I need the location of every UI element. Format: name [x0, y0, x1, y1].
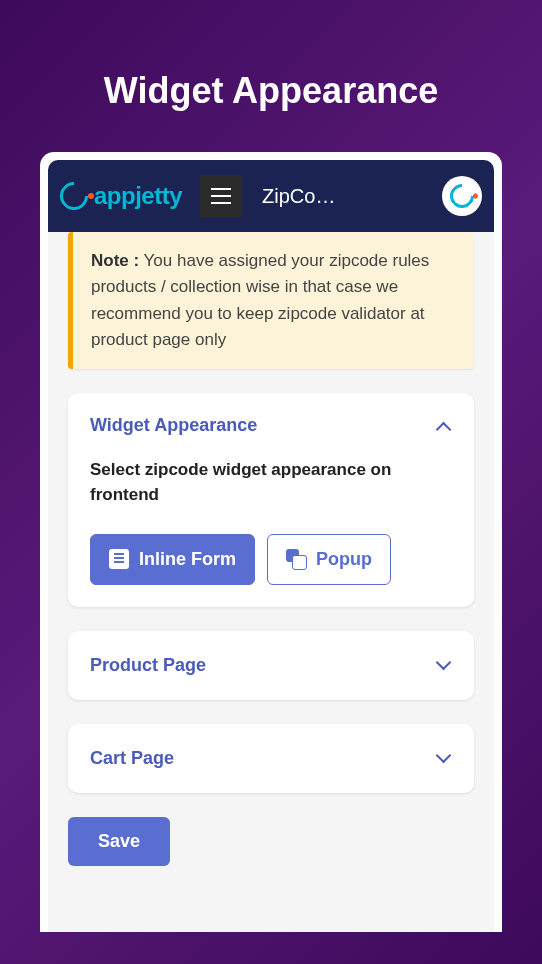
- product-page-card: Product Page: [68, 631, 474, 700]
- inline-form-label: Inline Form: [139, 549, 236, 570]
- save-button[interactable]: Save: [68, 817, 170, 866]
- cart-page-title: Cart Page: [90, 748, 174, 769]
- widget-appearance-title: Widget Appearance: [90, 415, 257, 436]
- phone-inner: appjetty ZipCo… Note : You have assigned…: [48, 160, 494, 932]
- cart-page-card: Cart Page: [68, 724, 474, 793]
- logo-icon: [54, 176, 94, 216]
- app-header: appjetty ZipCo…: [48, 160, 494, 232]
- brand-logo: appjetty: [60, 182, 182, 210]
- chevron-down-icon: [436, 657, 452, 673]
- widget-appearance-header[interactable]: Widget Appearance: [90, 415, 452, 436]
- header-title: ZipCo…: [262, 185, 432, 208]
- content-area: Note : You have assigned your zipcode ru…: [48, 232, 494, 886]
- phone-frame: appjetty ZipCo… Note : You have assigned…: [40, 152, 502, 932]
- inline-form-button[interactable]: Inline Form: [90, 534, 255, 585]
- popup-label: Popup: [316, 549, 372, 570]
- product-page-header[interactable]: Product Page: [90, 655, 452, 676]
- popup-icon: [286, 549, 306, 569]
- product-page-title: Product Page: [90, 655, 206, 676]
- note-banner: Note : You have assigned your zipcode ru…: [68, 232, 474, 369]
- widget-appearance-subtitle: Select zipcode widget appearance on fron…: [90, 458, 452, 507]
- form-icon: [109, 549, 129, 569]
- note-label: Note :: [91, 251, 139, 270]
- brand-name: appjetty: [94, 182, 182, 210]
- hamburger-menu-button[interactable]: [200, 175, 242, 217]
- page-title: Widget Appearance: [0, 0, 542, 152]
- profile-icon: [445, 179, 479, 213]
- appearance-options: Inline Form Popup: [90, 534, 452, 585]
- cart-page-header[interactable]: Cart Page: [90, 748, 452, 769]
- chevron-down-icon: [436, 750, 452, 766]
- widget-appearance-card: Widget Appearance Select zipcode widget …: [68, 393, 474, 606]
- popup-button[interactable]: Popup: [267, 534, 391, 585]
- chevron-up-icon: [436, 418, 452, 434]
- profile-button[interactable]: [442, 176, 482, 216]
- note-text: You have assigned your zipcode rules pro…: [91, 251, 429, 349]
